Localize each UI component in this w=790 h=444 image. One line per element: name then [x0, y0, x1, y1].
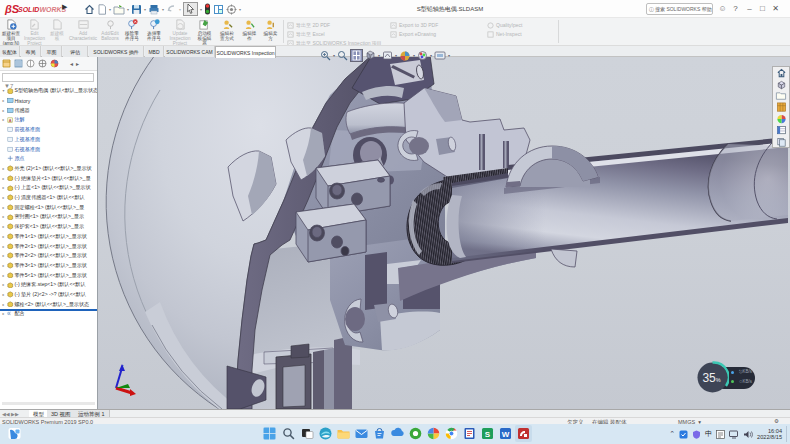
svg-text:S: S — [485, 430, 491, 439]
svg-text:A: A — [9, 118, 12, 123]
svg-text:W: W — [502, 430, 510, 439]
svg-text:SOLIDWORKS: SOLIDWORKS — [18, 6, 67, 13]
